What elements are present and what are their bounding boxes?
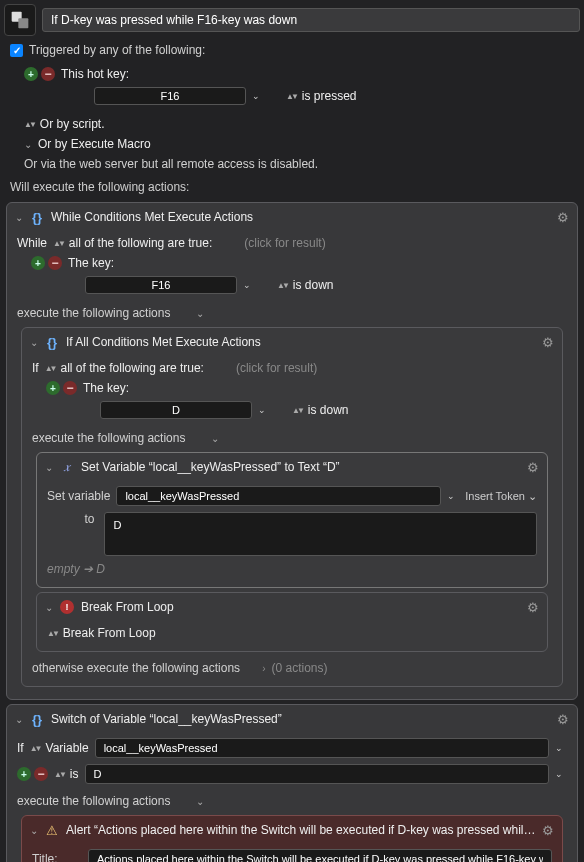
- variable-name-input[interactable]: [116, 486, 441, 506]
- break-gear-icon[interactable]: ⚙: [527, 600, 539, 615]
- alert-title: Alert “Actions placed here within the Sw…: [66, 823, 536, 837]
- if-disclosure[interactable]: ⌄: [30, 337, 38, 348]
- or-macro-disclosure[interactable]: ⌄: [24, 139, 32, 150]
- warning-icon: ⚠: [44, 822, 60, 838]
- if-label: If: [32, 361, 39, 375]
- break-disclosure[interactable]: ⌄: [45, 602, 53, 613]
- while-disclosure[interactable]: ⌄: [15, 212, 23, 223]
- switch-execute-label: execute the following actions: [17, 794, 170, 808]
- remove-cond-button[interactable]: −: [48, 256, 62, 270]
- otherwise-chevron-icon[interactable]: ›: [262, 663, 265, 674]
- triggered-checkbox[interactable]: ✓: [10, 44, 23, 57]
- if-exec-disclosure[interactable]: ⌄: [211, 433, 219, 444]
- setvar-gear-icon[interactable]: ⚙: [527, 460, 539, 475]
- switch-if-selector[interactable]: ▲▼: [30, 744, 40, 753]
- while-down-selector[interactable]: ▲▼: [277, 281, 287, 290]
- while-title: While Conditions Met Execute Actions: [51, 210, 551, 224]
- if-block: ⌄ {} If All Conditions Met Execute Actio…: [21, 327, 563, 687]
- switch-variable-label: Variable: [46, 741, 89, 755]
- while-block: ⌄ {} While Conditions Met Execute Action…: [6, 202, 578, 700]
- if-click-result[interactable]: (click for result): [236, 361, 317, 375]
- if-all-true: all of the following are true:: [61, 361, 204, 375]
- var-dropdown[interactable]: ⌄: [447, 494, 459, 499]
- if-execute-label: execute the following actions: [32, 431, 185, 445]
- add-trigger-button[interactable]: +: [24, 67, 38, 81]
- setvar-title: Set Variable “local__keyWasPressed” to T…: [81, 460, 521, 474]
- if-gear-icon[interactable]: ⚙: [542, 335, 554, 350]
- if-is-down: is down: [308, 403, 349, 417]
- switch-if-label: If: [17, 741, 24, 755]
- switch-variable-input[interactable]: [95, 738, 549, 758]
- braces-icon: {}: [29, 209, 45, 225]
- macro-icon: [4, 4, 36, 36]
- alert-disclosure[interactable]: ⌄: [30, 825, 38, 836]
- break-title: Break From Loop: [81, 600, 521, 614]
- break-block: ⌄ ! Break From Loop ⚙ ▲▼ Break From Loop: [36, 592, 548, 652]
- execute-actions-label: execute the following actions: [17, 306, 170, 320]
- or-script-label: Or by script.: [40, 117, 105, 131]
- execute-disclosure[interactable]: ⌄: [196, 308, 204, 319]
- if-remove-cond-button[interactable]: −: [63, 381, 77, 395]
- switch-is-label: is: [70, 767, 79, 781]
- break-sub-label: Break From Loop: [63, 626, 156, 640]
- while-gear-icon[interactable]: ⚙: [557, 210, 569, 225]
- macro-title-input[interactable]: [42, 8, 580, 32]
- braces-icon: {}: [29, 711, 45, 727]
- or-macro-label: Or by Execute Macro: [38, 137, 151, 151]
- if-title: If All Conditions Met Execute Actions: [66, 335, 536, 349]
- if-key-dropdown[interactable]: ⌄: [258, 408, 270, 413]
- switch-is-dropdown[interactable]: ⌄: [555, 772, 567, 777]
- to-label: to: [47, 512, 98, 526]
- break-selector[interactable]: ▲▼: [47, 629, 57, 638]
- while-key-input[interactable]: [85, 276, 237, 294]
- while-cond-selector[interactable]: ▲▼: [53, 239, 63, 248]
- actions-header: Will execute the following actions:: [0, 176, 584, 198]
- web-server-label: Or via the web server but all remote acc…: [24, 157, 318, 171]
- alert-title-input[interactable]: [88, 849, 552, 862]
- set-variable-block: ⌄ 𝑥 Set Variable “local__keyWasPressed” …: [36, 452, 548, 588]
- hotkey-label: This hot key:: [61, 67, 129, 81]
- braces-icon: {}: [44, 334, 60, 350]
- press-selector[interactable]: ▲▼: [286, 92, 296, 101]
- otherwise-label: otherwise execute the following actions: [32, 661, 240, 675]
- all-true-label: all of the following are true:: [69, 236, 212, 250]
- setvar-disclosure[interactable]: ⌄: [45, 462, 53, 473]
- insert-token-link[interactable]: Insert Token ⌄: [465, 490, 537, 503]
- while-key-dropdown[interactable]: ⌄: [243, 283, 255, 288]
- switch-exec-disclosure[interactable]: ⌄: [196, 796, 204, 807]
- click-result-hint[interactable]: (click for result): [244, 236, 325, 250]
- set-variable-label: Set variable: [47, 489, 110, 503]
- the-key-label: The key:: [68, 256, 114, 270]
- otherwise-count: (0 actions): [271, 661, 327, 675]
- setvar-footer: empty ➔ D: [47, 562, 105, 576]
- triggered-label: Triggered by any of the following:: [29, 43, 205, 57]
- switch-is-input[interactable]: [85, 764, 549, 784]
- switch-title: Switch of Variable “local__keyWasPressed…: [51, 712, 551, 726]
- or-script-selector[interactable]: ▲▼: [24, 120, 34, 129]
- alert-title-label: Title:: [32, 852, 82, 862]
- switch-add-button[interactable]: +: [17, 767, 31, 781]
- switch-gear-icon[interactable]: ⚙: [557, 712, 569, 727]
- alert-gear-icon[interactable]: ⚙: [542, 823, 554, 838]
- if-key-input[interactable]: [100, 401, 252, 419]
- if-cond-selector[interactable]: ▲▼: [45, 364, 55, 373]
- if-down-selector[interactable]: ▲▼: [292, 406, 302, 415]
- script-icon: 𝑥: [59, 459, 75, 475]
- switch-disclosure[interactable]: ⌄: [15, 714, 23, 725]
- add-cond-button[interactable]: +: [31, 256, 45, 270]
- hotkey-input[interactable]: [94, 87, 246, 105]
- remove-trigger-button[interactable]: −: [41, 67, 55, 81]
- switch-remove-button[interactable]: −: [34, 767, 48, 781]
- hotkey-dropdown[interactable]: ⌄: [252, 94, 264, 99]
- svg-rect-1: [18, 18, 28, 28]
- switch-var-dropdown[interactable]: ⌄: [555, 746, 567, 751]
- switch-block: ⌄ {} Switch of Variable “local__keyWasPr…: [6, 704, 578, 862]
- if-the-key: The key:: [83, 381, 129, 395]
- variable-value-input[interactable]: [104, 512, 537, 556]
- if-add-cond-button[interactable]: +: [46, 381, 60, 395]
- while-label: While: [17, 236, 47, 250]
- switch-is-selector[interactable]: ▲▼: [54, 770, 64, 779]
- is-pressed-label: is pressed: [302, 89, 357, 103]
- alert-block: ⌄ ⚠ Alert “Actions placed here within th…: [21, 815, 563, 862]
- is-down-label: is down: [293, 278, 334, 292]
